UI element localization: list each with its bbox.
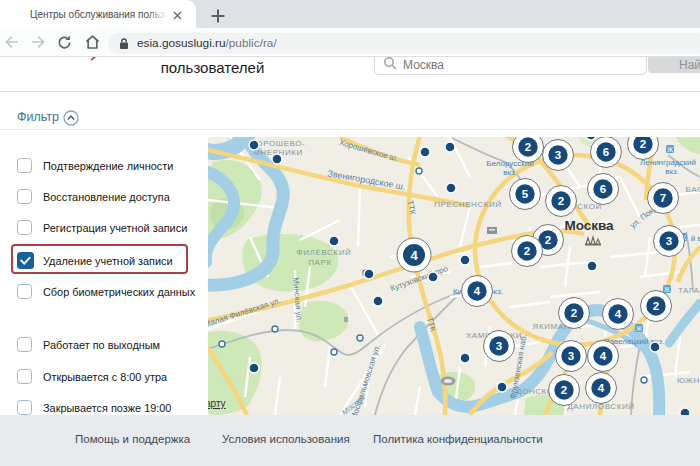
svg-text:6: 6 (603, 146, 609, 158)
svg-text:3: 3 (496, 340, 502, 352)
svg-text:Ж: Ж (667, 146, 673, 153)
svg-text:вкз.: вкз. (665, 167, 679, 176)
svg-text:4: 4 (410, 248, 418, 263)
svg-text:2: 2 (558, 195, 564, 207)
svg-text:4: 4 (598, 382, 605, 394)
svg-text:Ленинградский: Ленинградский (640, 158, 696, 167)
svg-text:3: 3 (666, 235, 672, 247)
svg-text:3: 3 (555, 149, 561, 161)
svg-text:БАСМ: БАСМ (686, 185, 700, 194)
svg-text:4: 4 (615, 308, 622, 320)
svg-text:3: 3 (568, 350, 574, 362)
svg-text:7: 7 (660, 192, 666, 204)
svg-text:2: 2 (524, 245, 530, 257)
svg-text:6: 6 (600, 183, 606, 195)
svg-text:ТАГАНС: ТАГАНС (678, 286, 700, 295)
svg-text:ФИЛЁВСКИЙ: ФИЛЁВСКИЙ (297, 248, 352, 257)
svg-text:2: 2 (525, 141, 531, 153)
svg-text:2: 2 (640, 138, 646, 150)
svg-text:2: 2 (561, 384, 567, 396)
svg-text:2: 2 (653, 300, 659, 312)
svg-text:вкз.: вкз. (503, 168, 517, 177)
svg-text:2: 2 (571, 307, 577, 319)
svg-text:5: 5 (522, 188, 529, 200)
svg-text:Ж: Ж (636, 325, 642, 332)
svg-text:арту: арту (208, 398, 226, 409)
svg-text:4: 4 (600, 350, 607, 362)
svg-text:2: 2 (545, 234, 551, 246)
svg-text:ЮЖНОП: ЮЖНОП (677, 376, 700, 385)
svg-text:4: 4 (474, 285, 481, 297)
svg-text:Москва: Москва (564, 218, 614, 233)
svg-text:ПАРК: ПАРК (308, 258, 331, 267)
svg-text:ПРЕСНЕНСКИЙ: ПРЕСНЕНСКИЙ (434, 200, 502, 209)
svg-text:й вк: й вк (691, 234, 700, 243)
svg-text:Ж: Ж (664, 286, 670, 293)
